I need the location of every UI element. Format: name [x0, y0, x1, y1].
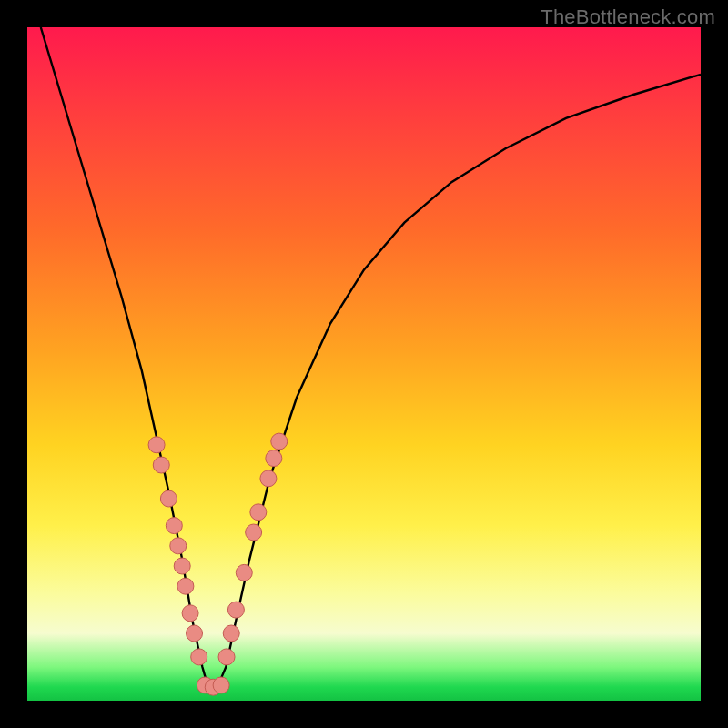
- data-dot: [223, 625, 239, 642]
- plot-area: [27, 27, 701, 701]
- data-dot: [182, 605, 198, 622]
- data-dot: [228, 602, 244, 618]
- data-dot: [153, 457, 169, 473]
- data-dot: [213, 677, 229, 693]
- data-dot: [266, 450, 282, 467]
- data-dot: [218, 649, 235, 665]
- data-dot: [160, 490, 177, 507]
- curve-layer: [27, 27, 701, 701]
- data-dot: [250, 504, 267, 521]
- data-dot: [177, 578, 194, 594]
- data-dot: [187, 625, 203, 642]
- data-dot: [166, 518, 182, 534]
- data-dot: [170, 538, 187, 554]
- watermark-text: TheBottleneck.com: [541, 5, 715, 29]
- chart-frame: TheBottleneck.com: [0, 0, 728, 728]
- data-dot: [191, 649, 207, 665]
- data-dot: [246, 524, 262, 541]
- data-dot: [236, 564, 252, 581]
- bottleneck-curve: [41, 27, 701, 691]
- data-dots: [148, 433, 288, 695]
- data-dot: [148, 437, 165, 453]
- data-dot: [174, 558, 190, 574]
- data-dot: [271, 433, 288, 450]
- data-dot: [260, 470, 277, 487]
